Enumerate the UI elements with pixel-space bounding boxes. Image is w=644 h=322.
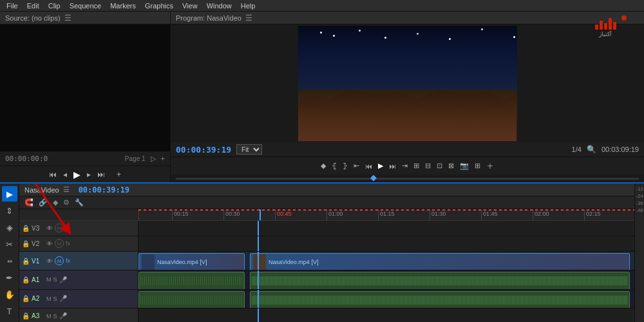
timeline-header-menu[interactable]: ☰ xyxy=(63,185,70,194)
source-add-marker[interactable]: + xyxy=(161,155,165,162)
tool-slip[interactable]: ⇔ xyxy=(2,253,17,269)
timeline-timecode: 00:00:39:19 xyxy=(79,185,129,194)
source-back-icon[interactable]: ◂ xyxy=(61,169,69,180)
track-mic-a2[interactable]: 🎤 xyxy=(59,295,67,302)
track-ctrl-add-marker[interactable]: ◆ xyxy=(52,198,59,207)
track-mic-a1[interactable]: 🎤 xyxy=(59,276,67,283)
audio-clip-2a[interactable] xyxy=(138,291,245,308)
track-row-a3: 🔒 A3 M S 🎤 xyxy=(19,308,634,322)
sequence-name: NasaVideo xyxy=(24,186,59,194)
playhead-line-v3 xyxy=(258,221,259,236)
track-content-v3[interactable] xyxy=(138,221,634,236)
source-step-back-icon[interactable]: ⏮ xyxy=(47,169,59,180)
track-lock-v3[interactable]: 🔒 xyxy=(22,225,30,232)
track-fx-v1[interactable]: fx xyxy=(66,258,70,264)
audio-clip-1a[interactable] xyxy=(138,272,245,289)
track-lock-v2[interactable]: 🔒 xyxy=(22,240,30,247)
prog-overwrite-icon[interactable]: ⊟ xyxy=(423,160,433,171)
prog-buttons-icon[interactable]: ⊞ xyxy=(473,160,482,171)
track-solo-a3[interactable]: S xyxy=(53,313,57,319)
prog-out-icon[interactable]: ⦄ xyxy=(341,160,350,171)
tool-ripple[interactable]: ◈ xyxy=(2,220,17,235)
menu-view[interactable]: View xyxy=(178,0,202,12)
track-lock-v1[interactable]: 🔒 xyxy=(22,258,30,265)
prog-to-out-icon[interactable]: ⇥ xyxy=(400,160,410,171)
track-mute-a2[interactable]: M xyxy=(46,296,52,302)
track-label-a2: 🔒 A2 M S 🎤 xyxy=(19,290,138,308)
prog-play-icon[interactable]: ▶ xyxy=(376,160,385,171)
video-clip-2[interactable]: NasaVideo.mp4 [V] xyxy=(250,253,630,270)
track-solo-a2[interactable]: S xyxy=(53,296,57,302)
track-lock-a3[interactable]: 🔒 xyxy=(22,312,30,319)
track-ctrl-tool[interactable]: 🔧 xyxy=(73,198,85,207)
source-menu-icon[interactable]: ☰ xyxy=(64,14,71,23)
program-playhead-thumb[interactable] xyxy=(370,175,377,182)
logo-bar-2 xyxy=(600,21,603,30)
prog-extract-icon[interactable]: ⊠ xyxy=(446,160,456,171)
program-playhead-bar xyxy=(171,175,644,182)
source-step-fwd[interactable]: ▷ xyxy=(151,155,156,163)
track-solo-a1[interactable]: S xyxy=(53,276,57,283)
track-vis-v3[interactable]: 👁 xyxy=(46,225,53,232)
program-add-btn[interactable]: + xyxy=(484,159,495,173)
menu-edit[interactable]: Edit xyxy=(23,0,43,12)
track-content-a1[interactable] xyxy=(138,270,634,289)
source-step-fwd-icon[interactable]: ⏭ xyxy=(95,169,107,180)
track-content-a2[interactable] xyxy=(138,290,634,308)
audio-clip-2b[interactable] xyxy=(250,291,630,308)
clip-1-thumbnail xyxy=(142,254,155,270)
track-content-v1[interactable]: NasaVideo.mp4 [V] NasaVideo.mp4 [V] xyxy=(138,252,634,270)
tool-selection[interactable]: ▶ xyxy=(2,186,17,202)
track-vis-v1[interactable]: 👁 xyxy=(46,258,53,265)
program-playhead-track[interactable] xyxy=(176,178,639,180)
menu-graphics[interactable]: Graphics xyxy=(141,0,177,12)
prog-lift-icon[interactable]: ⊡ xyxy=(435,160,444,171)
track-name-a3: A3 xyxy=(32,312,44,319)
track-fx-v2[interactable]: fx xyxy=(66,240,70,247)
prog-camera-icon[interactable]: 📷 xyxy=(458,160,471,171)
tool-razor[interactable]: ✂ xyxy=(2,236,17,252)
track-mic-a3[interactable]: 🎤 xyxy=(59,312,67,319)
video-clip-1[interactable]: NasaVideo.mp4 [V] xyxy=(138,253,245,270)
menu-file[interactable]: File xyxy=(3,0,22,12)
fit-dropdown[interactable]: Fit xyxy=(236,144,262,155)
prog-insert-icon[interactable]: ⊞ xyxy=(412,160,421,171)
track-lock-a2[interactable]: 🔒 xyxy=(22,295,30,302)
prog-step-back-icon[interactable]: ⏮ xyxy=(363,161,374,171)
prog-step-fwd-icon[interactable]: ⏭ xyxy=(387,161,398,171)
track-row-v2: 🔒 V2 👁 M fx xyxy=(19,236,634,252)
menu-clip[interactable]: Clip xyxy=(44,0,64,12)
timeline-ruler[interactable]: 00:15 00:30 00:45 01:00 01:15 01:30 01:4… xyxy=(19,209,634,221)
tool-track-select[interactable]: ⇕ xyxy=(2,203,17,218)
program-menu-icon[interactable]: ☰ xyxy=(245,14,252,23)
track-ctrl-settings[interactable]: ⚙ xyxy=(62,198,71,207)
playhead-line-v2 xyxy=(258,236,259,251)
source-timecode: 00:00:00:0 xyxy=(5,155,48,163)
source-add-icon[interactable]: + xyxy=(115,169,123,180)
track-vis-v2[interactable]: 👁 xyxy=(46,240,53,247)
source-play-icon[interactable]: ▶ xyxy=(71,168,82,181)
track-lock-a1[interactable]: 🔒 xyxy=(22,276,30,283)
track-controls-bar: 🧲 🔗 ◆ ⚙ 🔧 xyxy=(19,196,634,209)
track-mute-a3[interactable]: M xyxy=(46,313,52,319)
menu-markers[interactable]: Markers xyxy=(106,0,140,12)
prog-in-icon[interactable]: ⦃ xyxy=(330,160,339,171)
track-ctrl-snap[interactable]: 🧲 xyxy=(23,198,35,207)
tool-pen[interactable]: ✒ xyxy=(2,270,17,285)
menu-help[interactable]: Help xyxy=(237,0,260,12)
track-content-a3[interactable] xyxy=(138,308,634,322)
track-ctrl-link[interactable]: 🔗 xyxy=(37,198,49,207)
prog-marker-icon[interactable]: ◆ xyxy=(319,160,328,171)
source-fwd-icon[interactable]: ▸ xyxy=(85,169,93,180)
track-fx-v3[interactable]: fx xyxy=(66,225,70,231)
menu-sequence[interactable]: Sequence xyxy=(66,0,106,12)
prog-to-in-icon[interactable]: ⇤ xyxy=(352,160,361,171)
track-label-a3: 🔒 A3 M S 🎤 xyxy=(19,308,138,322)
audio-clip-1b[interactable] xyxy=(250,272,630,289)
tool-hand[interactable]: ✋ xyxy=(2,287,17,302)
menu-window[interactable]: Window xyxy=(203,0,236,12)
track-content-v2[interactable] xyxy=(138,236,634,251)
tool-text[interactable]: T xyxy=(2,303,17,319)
track-mute-a1[interactable]: M xyxy=(46,276,52,283)
program-zoom-icon[interactable]: 🔍 xyxy=(587,145,596,154)
